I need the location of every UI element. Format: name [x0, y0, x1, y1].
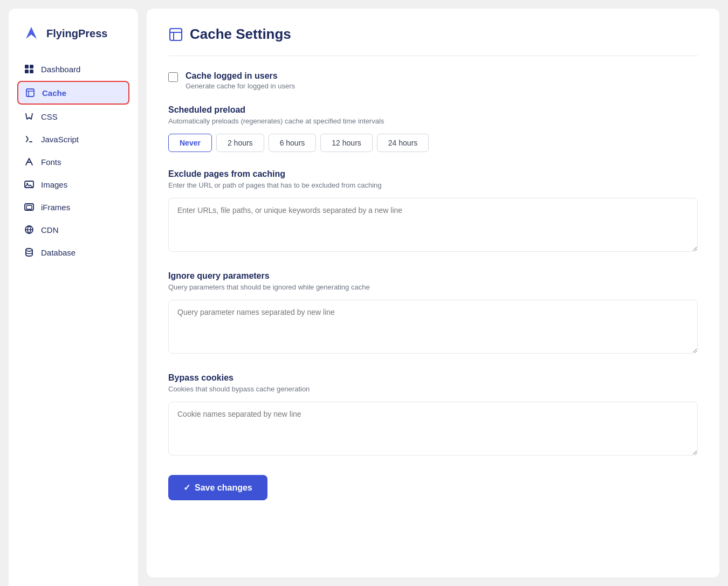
- exclude-pages-title: Exclude pages from caching: [168, 169, 698, 179]
- sidebar-item-database[interactable]: Database: [17, 242, 129, 263]
- main-content: Cache Settings Cache logged in users Gen…: [138, 0, 728, 586]
- flyingpress-logo-icon: [22, 24, 41, 43]
- cache-nav-icon: [25, 87, 36, 98]
- bypass-cookies-textarea[interactable]: [168, 402, 698, 456]
- page-title: Cache Settings: [190, 26, 291, 43]
- svg-rect-0: [25, 65, 29, 68]
- preload-btn-never[interactable]: Never: [168, 134, 212, 152]
- preload-buttons-group: Never 2 hours 6 hours 12 hours 24 hours: [168, 134, 698, 152]
- exclude-pages-textarea[interactable]: [168, 198, 698, 252]
- save-checkmark-icon: ✓: [183, 482, 190, 493]
- images-nav-icon: [24, 179, 35, 190]
- svg-rect-3: [30, 70, 33, 73]
- preload-btn-12h[interactable]: 12 hours: [320, 134, 372, 152]
- bypass-cookies-title: Bypass cookies: [168, 373, 698, 383]
- scheduled-preload-title: Scheduled preload: [168, 105, 698, 115]
- sidebar-item-fonts[interactable]: Fonts: [17, 151, 129, 173]
- save-changes-button[interactable]: ✓ Save changes: [168, 475, 267, 500]
- page-header-icon: [168, 27, 183, 42]
- save-changes-label: Save changes: [195, 483, 252, 493]
- svg-rect-8: [26, 205, 32, 209]
- cache-logged-in-label: Cache logged in users: [186, 71, 295, 81]
- exclude-pages-desc: Enter the URL or path of pages that has …: [168, 181, 698, 189]
- fonts-nav-icon: [24, 156, 35, 167]
- svg-rect-4: [26, 89, 34, 96]
- cache-logged-in-checkbox[interactable]: [168, 72, 178, 82]
- content-card: Cache Settings Cache logged in users Gen…: [147, 9, 719, 577]
- sidebar-item-cdn-label: CDN: [41, 225, 59, 235]
- cache-logged-in-setting: Cache logged in users Generate cache for…: [168, 71, 698, 90]
- sidebar-item-images[interactable]: Images: [17, 174, 129, 195]
- svg-rect-1: [30, 65, 33, 68]
- exclude-pages-section: Exclude pages from caching Enter the URL…: [168, 169, 698, 254]
- database-nav-icon: [24, 247, 35, 258]
- ignore-query-params-textarea[interactable]: [168, 300, 698, 354]
- logo-area: FlyingPress: [17, 24, 129, 58]
- cache-logged-in-desc: Generate cache for logged in users: [186, 82, 295, 90]
- sidebar-item-fonts-label: Fonts: [41, 157, 61, 167]
- scheduled-preload-desc: Automatically preloads (regenerates) cac…: [168, 117, 698, 125]
- bypass-cookies-section: Bypass cookies Cookies that should bypas…: [168, 373, 698, 458]
- sidebar-item-database-label: Database: [41, 248, 75, 257]
- cdn-nav-icon: [24, 224, 35, 235]
- iframes-nav-icon: [24, 202, 35, 212]
- preload-btn-2h[interactable]: 2 hours: [216, 134, 264, 152]
- sidebar-item-css[interactable]: CSS: [17, 106, 129, 127]
- sidebar-item-cache-label: Cache: [42, 88, 66, 98]
- scheduled-preload-section: Scheduled preload Automatically preloads…: [168, 105, 698, 152]
- svg-point-10: [26, 249, 32, 251]
- css-nav-icon: [24, 111, 35, 122]
- sidebar-item-cache[interactable]: Cache: [17, 81, 129, 105]
- ignore-query-params-title: Ignore query parameters: [168, 271, 698, 281]
- bypass-cookies-desc: Cookies that should bypass cache generat…: [168, 385, 698, 393]
- sidebar-item-dashboard-label: Dashboard: [41, 65, 80, 74]
- javascript-nav-icon: [24, 134, 35, 144]
- sidebar-item-dashboard[interactable]: Dashboard: [17, 58, 129, 80]
- sidebar-item-javascript-label: JavaScript: [41, 135, 79, 144]
- preload-btn-24h[interactable]: 24 hours: [377, 134, 429, 152]
- cache-logged-in-info: Cache logged in users Generate cache for…: [186, 71, 295, 90]
- sidebar: FlyingPress Dashboard Cache: [9, 9, 138, 586]
- svg-rect-11: [170, 29, 182, 40]
- app-name: FlyingPress: [46, 27, 107, 40]
- sidebar-item-iframes[interactable]: iFrames: [17, 196, 129, 218]
- page-header: Cache Settings: [168, 26, 698, 56]
- sidebar-item-iframes-label: iFrames: [41, 203, 70, 212]
- dashboard-icon: [24, 64, 35, 74]
- preload-btn-6h[interactable]: 6 hours: [269, 134, 317, 152]
- sidebar-item-css-label: CSS: [41, 112, 58, 121]
- ignore-query-params-section: Ignore query parameters Query parameters…: [168, 271, 698, 356]
- sidebar-item-images-label: Images: [41, 180, 67, 189]
- svg-rect-2: [25, 70, 29, 73]
- ignore-query-params-desc: Query parameters that should be ignored …: [168, 283, 698, 291]
- sidebar-item-javascript[interactable]: JavaScript: [17, 128, 129, 150]
- sidebar-item-cdn[interactable]: CDN: [17, 219, 129, 240]
